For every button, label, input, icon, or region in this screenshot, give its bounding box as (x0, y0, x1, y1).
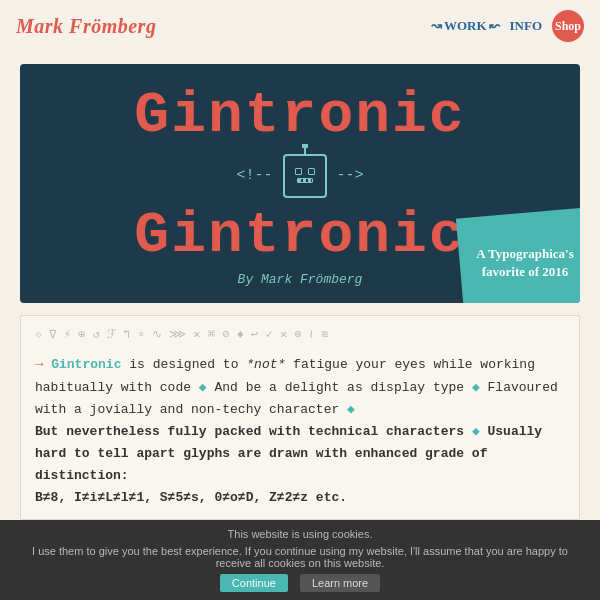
robot-mouth (297, 178, 313, 183)
brand-name: Gintronic (51, 357, 121, 372)
diamond-1: ◆ (199, 380, 207, 395)
cookie-detail: I use them to give you the best experien… (16, 545, 584, 569)
arrow-symbol: → (35, 356, 43, 372)
robot-tooth (303, 179, 306, 182)
site-logo[interactable]: Mark Frömberg (16, 15, 156, 38)
cookie-banner: This website is using cookies. I use the… (0, 520, 600, 600)
nav-shop[interactable]: Shop (552, 10, 584, 42)
icon-symbols: ⟐ ∇ ⚡ ⊕ ↺ ℱ ↰ ∘ ∿ ⋙ ✕ ⌘ ⊘ ♦ ↩ ✓ ✕ ⊗ ≀ ≋ (35, 326, 328, 345)
robot-icon (283, 154, 327, 198)
content-area: ⟐ ∇ ⚡ ⊕ ↺ ℱ ↰ ∘ ∿ ⋙ ✕ ⌘ ⊘ ♦ ↩ ✓ ✕ ⊗ ≀ ≋ … (20, 315, 580, 521)
cookie-continue-button[interactable]: Continue (220, 574, 288, 592)
nav-bar: WORK INFO Shop (431, 10, 584, 42)
nav-work[interactable]: WORK (431, 18, 500, 34)
text-bold: But nevertheless fully packed with techn… (35, 424, 472, 439)
text-line2: And be a delight as display type (214, 380, 471, 395)
hero-banner: Gintronic <!-- --> Gintronic By Mark Frö… (20, 64, 580, 303)
badge-text: A Typographica's favorite of 2016 (470, 244, 580, 280)
cookie-buttons: Continue Learn more (16, 574, 584, 592)
robot-tooth (298, 179, 301, 182)
cookie-learn-button[interactable]: Learn more (300, 574, 380, 592)
hero-robot-line: <!-- --> (40, 154, 560, 198)
robot-right-comment: --> (337, 167, 364, 184)
nav-info[interactable]: INFO (510, 18, 543, 34)
typographica-badge: A Typographica's favorite of 2016 (456, 207, 580, 302)
hero-title-top: Gintronic (40, 84, 560, 148)
diamond-3: ◆ (347, 402, 355, 417)
text-distinction: B≠8, I≠i≠L≠l≠1, S≠5≠s, 0≠o≠D, Z≠2≠z etc. (35, 490, 347, 505)
robot-eye-right (308, 168, 315, 175)
robot-left-comment: <!-- (236, 167, 272, 184)
diamond-2: ◆ (472, 380, 480, 395)
robot-eye-left (295, 168, 302, 175)
robot-eyes (295, 168, 315, 175)
cookie-title: This website is using cookies. (16, 528, 584, 540)
header: Mark Frömberg WORK INFO Shop (0, 0, 600, 52)
content-body: → Gintronic is designed to *not* fatigue… (35, 353, 565, 509)
robot-antenna (304, 148, 306, 155)
robot-tooth (308, 179, 311, 182)
icon-row: ⟐ ∇ ⚡ ⊕ ↺ ℱ ↰ ∘ ∿ ⋙ ✕ ⌘ ⊘ ♦ ↩ ✓ ✕ ⊗ ≀ ≋ (35, 326, 565, 345)
diamond-4: ◆ (472, 424, 480, 439)
